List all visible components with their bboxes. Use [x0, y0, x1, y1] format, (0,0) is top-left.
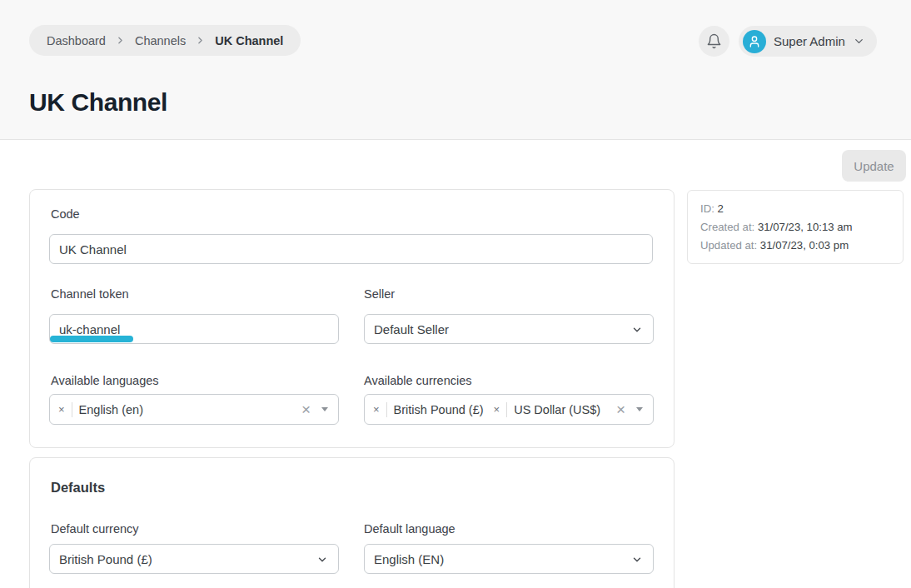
chip-label: US Dollar (US$): [514, 403, 600, 416]
multiselect-controls: ×: [301, 401, 328, 417]
meta-id-value: 2: [718, 202, 724, 215]
default-language-label: Default language: [364, 522, 456, 536]
code-label: Code: [51, 207, 80, 221]
chevron-down-icon: [316, 554, 328, 566]
dropdown-caret-icon: [636, 407, 643, 411]
chevron-down-icon: [853, 35, 865, 47]
top-header: Dashboard Channels UK Channel Super Admi…: [0, 0, 911, 140]
user-avatar-icon: [743, 30, 766, 53]
user-menu-button[interactable]: Super Admin: [739, 26, 877, 57]
meta-id-row: ID: 2: [700, 200, 890, 218]
available-languages-label: Available languages: [51, 374, 159, 387]
dropdown-caret-icon: [321, 407, 328, 411]
update-button[interactable]: Update: [842, 150, 906, 182]
chip-divider: [72, 402, 72, 417]
multiselect-controls: ×: [616, 401, 643, 417]
meta-updated-value: 31/07/23, 0:03 pm: [760, 239, 849, 252]
page-title: UK Channel: [29, 88, 167, 117]
user-name: Super Admin: [774, 34, 845, 48]
default-language-value: English (EN): [374, 552, 444, 566]
seller-select[interactable]: Default Seller: [364, 314, 654, 344]
remove-chip-icon[interactable]: ×: [494, 404, 500, 415]
breadcrumb-item-channels[interactable]: Channels: [135, 34, 186, 47]
entity-meta-card: ID: 2 Created at: 31/07/23, 10:13 am Upd…: [687, 190, 904, 264]
channel-token-field: [49, 314, 339, 344]
meta-id-label: ID:: [700, 202, 714, 215]
breadcrumb-item-dashboard[interactable]: Dashboard: [47, 34, 106, 47]
remove-chip-icon[interactable]: ×: [373, 404, 380, 415]
channel-token-label: Channel token: [51, 287, 129, 301]
clear-all-icon[interactable]: ×: [616, 401, 625, 417]
meta-updated-row: Updated at: 31/07/23, 0:03 pm: [700, 237, 890, 255]
breadcrumb-item-current: UK Channel: [215, 34, 283, 47]
meta-created-label: Created at:: [700, 221, 754, 233]
channel-form-card: Code Channel token Seller Default Seller…: [29, 189, 675, 448]
seller-selected-value: Default Seller: [374, 322, 449, 336]
chevron-down-icon: [631, 324, 643, 336]
default-language-select[interactable]: English (EN): [364, 544, 654, 574]
bell-icon: [706, 33, 722, 49]
remove-chip-icon[interactable]: ×: [58, 404, 65, 415]
clear-all-icon[interactable]: ×: [301, 401, 311, 417]
code-input[interactable]: [49, 234, 653, 264]
channel-detail-page: Dashboard Channels UK Channel Super Admi…: [0, 0, 911, 588]
default-currency-value: British Pound (£): [59, 552, 152, 566]
chip-divider: [506, 402, 507, 417]
currency-chip: × British Pound (£): [373, 402, 484, 417]
currency-chip: × US Dollar (US$): [494, 402, 601, 417]
chip-label: British Pound (£): [394, 403, 484, 416]
chevron-right-icon: [195, 35, 206, 46]
notifications-button[interactable]: [699, 26, 729, 57]
available-languages-multiselect[interactable]: × English (en) ×: [49, 394, 339, 425]
chip-label: English (en): [79, 403, 143, 416]
available-currencies-multiselect[interactable]: × British Pound (£) × US Dollar (US$) ×: [364, 394, 654, 425]
seller-label: Seller: [364, 287, 395, 301]
chevron-right-icon: [115, 35, 126, 46]
chip-divider: [386, 402, 387, 417]
meta-created-value: 31/07/23, 10:13 am: [758, 221, 853, 233]
breadcrumb: Dashboard Channels UK Channel: [29, 25, 301, 56]
meta-updated-label: Updated at:: [700, 239, 757, 252]
language-chip: × English (en): [58, 402, 143, 417]
defaults-title: Defaults: [51, 480, 105, 496]
meta-created-row: Created at: 31/07/23, 10:13 am: [700, 218, 890, 237]
defaults-card: Defaults Default currency British Pound …: [29, 457, 675, 588]
chevron-down-icon: [631, 554, 643, 566]
default-currency-label: Default currency: [51, 522, 139, 536]
highlight-underline: [50, 336, 133, 342]
available-currencies-label: Available currencies: [364, 374, 472, 387]
default-currency-select[interactable]: British Pound (£): [49, 544, 339, 574]
